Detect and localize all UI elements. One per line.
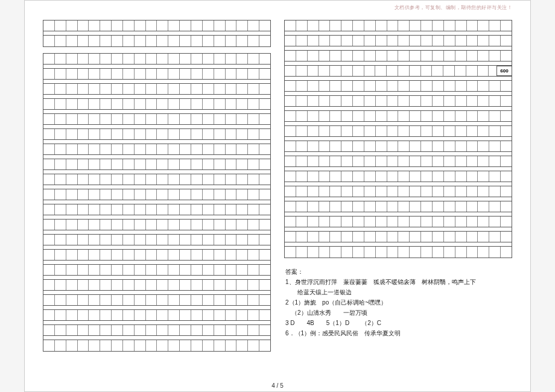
grid-cell: [214, 144, 226, 154]
grid-cell: [168, 99, 180, 109]
grid-cell: [398, 201, 410, 212]
grid-cell: [489, 51, 501, 61]
grid-cell: [226, 204, 237, 215]
grid-cell: [66, 36, 78, 46]
grid-cell: [364, 186, 376, 197]
grid-cell: [387, 81, 399, 91]
grid-cell: [455, 96, 467, 106]
grid-cell: [112, 265, 123, 275]
grid-cell: [296, 111, 308, 121]
grid-cell: [467, 217, 478, 227]
grid-cell: [226, 340, 237, 351]
grid-cell: [308, 36, 319, 46]
grid-cell: [112, 250, 123, 260]
grid-row: [43, 159, 270, 170]
grid-cell: [376, 21, 387, 31]
grid-cell: [478, 66, 489, 76]
grid-cell: [478, 21, 489, 31]
grid-row: [285, 217, 512, 227]
grid-cell: [100, 174, 112, 185]
answer-line: 2（1）旖旎 po（自己标调哈~嘿嘿）: [285, 297, 512, 308]
grid-spacer-row: [285, 242, 512, 247]
grid-cell: [226, 144, 237, 154]
grid-cell: [168, 21, 180, 31]
grid-cell: [191, 69, 203, 79]
grid-cell: [100, 36, 112, 46]
grid-row: [285, 247, 512, 258]
grid-cell: [112, 204, 123, 215]
grid-cell: [364, 217, 376, 227]
grid-cell: [467, 186, 478, 197]
grid-cell: [214, 159, 226, 169]
grid-cell: [180, 174, 191, 185]
grid-cell: [180, 21, 191, 31]
grid-cell: [364, 156, 376, 166]
grid-cell: [168, 265, 180, 275]
grid-cell: [478, 111, 489, 121]
grid-cell: [248, 265, 259, 275]
grid-cell: [123, 220, 135, 230]
grid-cell: [214, 340, 226, 351]
grid-cell: [55, 250, 66, 260]
grid-cell: [66, 159, 78, 169]
answers-section: 答案：1、身世浮沉雨打萍 蒹葭萋萋 狐裘不暖锦衾薄 树林阴翳，鸣声上下 给蓝天镶…: [284, 264, 512, 338]
grid-cell: [285, 141, 296, 151]
grid-cell: [100, 54, 112, 64]
grid-cell: [112, 36, 123, 46]
grid-cell: [285, 247, 296, 258]
grid-cell: [55, 235, 66, 245]
grid-cell: [376, 217, 387, 227]
grid-cell: [236, 84, 248, 94]
grid-cell: [410, 141, 421, 151]
grid-cell: [100, 235, 112, 245]
grid-cell: [455, 81, 467, 91]
grid-cell: [330, 111, 341, 121]
grid-cell: [191, 174, 203, 185]
grid-cell: [78, 325, 89, 335]
grid-spacer-row: [43, 185, 270, 189]
grid-cell: [236, 54, 248, 64]
grid-cell: [191, 280, 203, 290]
grid-cell: [157, 310, 168, 320]
composition-grid-block: 600: [284, 20, 512, 258]
grid-cell: [78, 220, 89, 230]
grid-spacer-row: [285, 152, 512, 156]
grid-cell: [55, 189, 66, 200]
grid-cell: [319, 232, 331, 242]
grid-cell: [214, 99, 226, 109]
grid-cell: [43, 280, 55, 290]
grid-row: [43, 99, 270, 110]
grid-cell: [421, 232, 433, 242]
grid-cell: [214, 69, 226, 79]
grid-cell: [55, 84, 66, 94]
grid-cell: [203, 84, 214, 94]
grid-cell: [248, 189, 259, 200]
grid-cell: [341, 156, 353, 166]
grid-cell: [100, 129, 112, 139]
grid-row: [43, 204, 270, 215]
grid-cell: [135, 204, 146, 215]
grid-cell: [55, 220, 66, 230]
grid-row: [43, 144, 270, 155]
grid-cell: [259, 310, 270, 320]
grid-cell: [467, 81, 478, 91]
grid-cell: [226, 21, 237, 31]
grid-cell: [410, 232, 421, 242]
grid-cell: [433, 247, 444, 258]
grid-cell: [226, 295, 237, 305]
grid-cell: [489, 232, 501, 242]
grid-row: [285, 201, 512, 212]
grid-row: [285, 96, 512, 107]
grid-cell: [341, 66, 353, 76]
grid-cell: [330, 51, 341, 61]
grid-cell: [78, 280, 89, 290]
grid-cell: [296, 36, 308, 46]
grid-cell: [444, 111, 455, 121]
grid-cell: [248, 310, 259, 320]
grid-cell: [353, 201, 364, 212]
grid-cell: [66, 69, 78, 79]
grid-cell: [387, 156, 399, 166]
grid-cell: [398, 51, 410, 61]
grid-spacer-row: [43, 140, 270, 144]
header-watermark: 文档供参考，可复制、编制，期待您的好评与关注！: [395, 4, 513, 11]
